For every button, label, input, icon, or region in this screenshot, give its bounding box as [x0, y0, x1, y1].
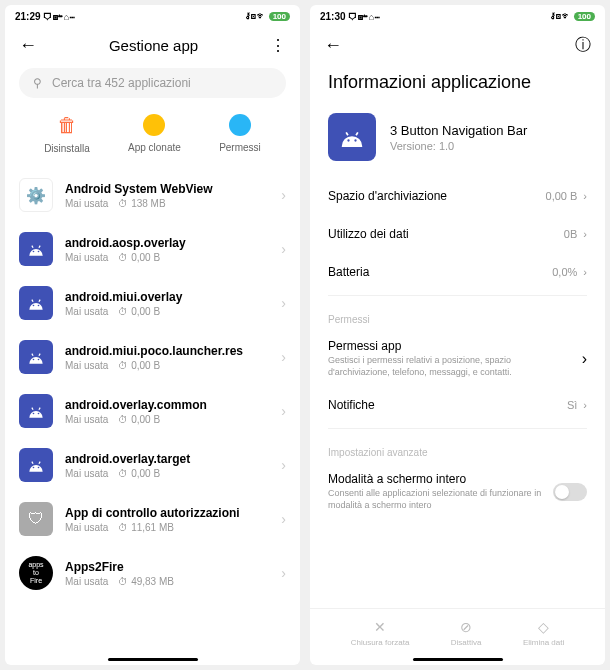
- app-name: android.aosp.overlay: [65, 236, 269, 250]
- perms-button[interactable]: Permessi: [219, 114, 261, 154]
- app-name: android.miui.overlay: [65, 290, 269, 304]
- section-advanced: Impostazioni avanzate: [310, 433, 605, 464]
- svg-point-20: [347, 139, 349, 141]
- info-icon[interactable]: ⓘ: [575, 35, 591, 56]
- svg-line-1: [39, 246, 40, 248]
- app-name: Apps2Fire: [65, 560, 269, 574]
- chevron-right-icon: ›: [583, 190, 587, 202]
- page-title: Gestione app: [49, 37, 258, 54]
- app-row[interactable]: android.overlay.targetMai usata⏱ 0,00 B›: [5, 438, 300, 492]
- perms-icon: [229, 114, 251, 136]
- app-list: ⚙️Android System WebViewMai usata⏱ 138 M…: [5, 168, 300, 665]
- app-name: android.miui.poco.launcher.res: [65, 344, 269, 358]
- force-stop-button[interactable]: ✕Chiusura forzata: [351, 619, 410, 647]
- perms-app-row[interactable]: Permessi app Gestisci i permessi relativ…: [310, 331, 605, 386]
- app-row[interactable]: android.aosp.overlayMai usata⏱ 0,00 B›: [5, 222, 300, 276]
- svg-point-21: [354, 139, 356, 141]
- trash-icon: 🗑: [57, 114, 77, 137]
- chevron-right-icon: ›: [583, 399, 587, 411]
- app-row[interactable]: appstoFireApps2FireMai usata⏱ 49,83 MB›: [5, 546, 300, 600]
- page-title: Informazioni applicazione: [310, 64, 605, 107]
- back-icon[interactable]: ←: [324, 35, 342, 56]
- disable-button[interactable]: ⊘Disattiva: [451, 619, 482, 647]
- svg-point-15: [38, 413, 40, 415]
- phone-left: 21:29 ⛉ ▣ ☁ ⌂ ⋯ ⚷ ⊡ ᯤ100 ← Gestione app …: [5, 5, 300, 665]
- fullscreen-toggle[interactable]: [553, 483, 587, 501]
- svg-line-12: [32, 408, 33, 410]
- svg-line-4: [32, 300, 33, 302]
- app-icon: [328, 113, 376, 161]
- svg-line-0: [32, 246, 33, 248]
- app-row[interactable]: android.miui.overlayMai usata⏱ 0,00 B›: [5, 276, 300, 330]
- chevron-right-icon: ›: [281, 565, 286, 581]
- app-row[interactable]: ⚙️Android System WebViewMai usata⏱ 138 M…: [5, 168, 300, 222]
- statusbar: 21:29 ⛉ ▣ ☁ ⌂ ⋯ ⚷ ⊡ ᯤ100: [5, 5, 300, 27]
- app-header: 3 Button Navigation Bar Versione: 1.0: [310, 107, 605, 177]
- svg-point-3: [38, 251, 40, 253]
- data-usage-row[interactable]: Utilizzo dei dati 0B›: [310, 215, 605, 253]
- app-row[interactable]: 🛡App di controllo autorizzazioniMai usat…: [5, 492, 300, 546]
- app-name: Android System WebView: [65, 182, 269, 196]
- svg-line-9: [39, 354, 40, 356]
- home-indicator[interactable]: [413, 658, 503, 661]
- bottom-bar: ✕Chiusura forzata ⊘Disattiva ◇Elimina da…: [310, 608, 605, 665]
- fullscreen-row[interactable]: Modalità a schermo intero Consenti alle …: [310, 464, 605, 519]
- svg-line-17: [39, 462, 40, 464]
- clear-icon: ◇: [538, 619, 549, 635]
- chevron-right-icon: ›: [281, 349, 286, 365]
- app-name: 3 Button Navigation Bar: [390, 123, 527, 138]
- storage-row[interactable]: Spazio d'archiviazione 0,00 B›: [310, 177, 605, 215]
- header: ← Gestione app ⋮: [5, 27, 300, 64]
- close-icon: ✕: [374, 619, 386, 635]
- chevron-right-icon: ›: [281, 403, 286, 419]
- chevron-right-icon: ›: [281, 241, 286, 257]
- app-row[interactable]: android.miui.poco.launcher.resMai usata⏱…: [5, 330, 300, 384]
- back-icon[interactable]: ←: [19, 35, 37, 56]
- svg-line-16: [32, 462, 33, 464]
- svg-point-18: [33, 467, 35, 469]
- app-name: android.overlay.target: [65, 452, 269, 466]
- section-perms: Permessi: [310, 300, 605, 331]
- chevron-right-icon: ›: [281, 511, 286, 527]
- svg-point-19: [38, 467, 40, 469]
- svg-line-8: [32, 354, 33, 356]
- chevron-right-icon: ›: [281, 187, 286, 203]
- disable-icon: ⊘: [460, 619, 472, 635]
- app-name: android.overlay.common: [65, 398, 269, 412]
- search-icon: ⚲: [33, 76, 42, 90]
- uninstall-button[interactable]: 🗑 Disinstalla: [44, 114, 90, 154]
- svg-point-10: [33, 359, 35, 361]
- chevron-right-icon: ›: [583, 266, 587, 278]
- svg-point-14: [33, 413, 35, 415]
- search-input[interactable]: ⚲ Cerca tra 452 applicazioni: [19, 68, 286, 98]
- svg-point-6: [33, 305, 35, 307]
- app-row[interactable]: android.overlay.commonMai usata⏱ 0,00 B›: [5, 384, 300, 438]
- quick-actions: 🗑 Disinstalla App clonate Permessi: [5, 108, 300, 168]
- chevron-right-icon: ›: [582, 350, 587, 368]
- chevron-right-icon: ›: [281, 457, 286, 473]
- chevron-right-icon: ›: [281, 295, 286, 311]
- svg-line-13: [39, 408, 40, 410]
- notifications-row[interactable]: Notifiche Sì›: [310, 386, 605, 424]
- battery-row[interactable]: Batteria 0,0%›: [310, 253, 605, 291]
- clone-icon: [143, 114, 165, 136]
- clone-button[interactable]: App clonate: [128, 114, 181, 154]
- app-name: App di controllo autorizzazioni: [65, 506, 269, 520]
- menu-icon[interactable]: ⋮: [270, 36, 286, 55]
- app-version: Versione: 1.0: [390, 140, 527, 152]
- statusbar: 21:30 ⛉ ▣ ☁ ⌂ ⋯ ⚷ ⊡ ᯤ100: [310, 5, 605, 27]
- header: ← ⓘ: [310, 27, 605, 64]
- clear-data-button[interactable]: ◇Elimina dati: [523, 619, 564, 647]
- svg-point-7: [38, 305, 40, 307]
- svg-line-5: [39, 300, 40, 302]
- chevron-right-icon: ›: [583, 228, 587, 240]
- svg-point-2: [33, 251, 35, 253]
- phone-right: 21:30 ⛉ ▣ ☁ ⌂ ⋯ ⚷ ⊡ ᯤ100 ← ⓘ Informazion…: [310, 5, 605, 665]
- home-indicator[interactable]: [108, 658, 198, 661]
- svg-point-11: [38, 359, 40, 361]
